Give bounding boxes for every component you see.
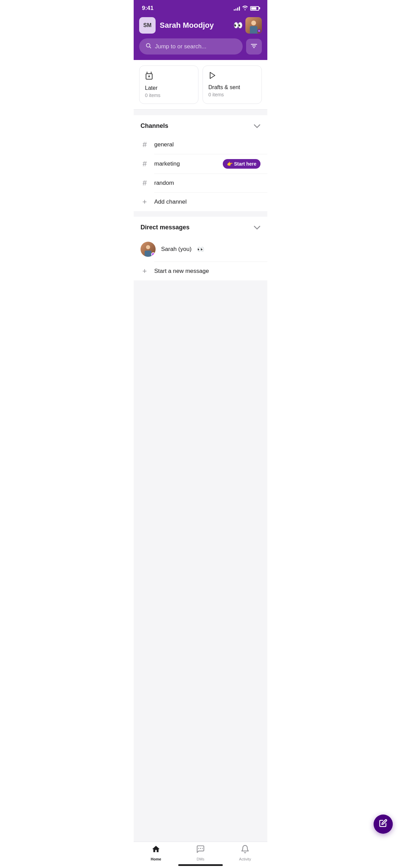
dms-icon	[196, 845, 205, 856]
start-here-emoji: 👉	[227, 161, 233, 167]
header-top: SM Sarah Moodjoy 👀	[139, 17, 262, 34]
tab-home-label: Home	[151, 857, 161, 859]
battery-icon	[250, 6, 259, 11]
online-status-dot	[257, 29, 261, 33]
channels-section: Channels # general # marketing 👉 Start h…	[134, 115, 267, 211]
tab-home[interactable]: Home	[134, 845, 178, 859]
filter-button[interactable]	[246, 39, 262, 55]
dm-user-name: Sarah (you)	[161, 246, 192, 253]
dm-chevron-icon	[254, 224, 260, 231]
search-container: Jump to or search...	[139, 38, 262, 55]
main-content: Later 0 items Drafts & sent 0 items Chan…	[134, 60, 267, 859]
svg-point-0	[146, 44, 150, 47]
drafts-icon	[208, 71, 256, 82]
hash-icon: #	[141, 140, 149, 149]
channel-marketing[interactable]: # marketing 👉 Start here	[134, 154, 267, 173]
dm-sarah[interactable]: Sarah (you) 👀	[134, 237, 267, 262]
eyes-status-icon: 👀	[233, 21, 243, 30]
tab-dms-label: DMs	[197, 857, 205, 859]
svg-line-1	[149, 47, 151, 48]
tab-activity[interactable]: Activity	[223, 845, 267, 859]
header: SM Sarah Moodjoy 👀 Jump to or search...	[134, 14, 267, 60]
channels-header[interactable]: Channels	[134, 115, 267, 135]
channel-general[interactable]: # general	[134, 135, 267, 154]
later-subtitle: 0 items	[145, 93, 193, 98]
channels-title: Channels	[141, 122, 168, 130]
search-bar[interactable]: Jump to or search...	[139, 38, 243, 55]
tab-dms[interactable]: DMs	[178, 845, 223, 859]
drafts-subtitle: 0 items	[208, 92, 256, 97]
new-message-label: Start a new message	[154, 268, 260, 275]
dm-header[interactable]: Direct messages	[134, 217, 267, 237]
search-icon	[145, 43, 151, 50]
drafts-title: Drafts & sent	[208, 84, 256, 91]
user-info: SM Sarah Moodjoy	[139, 17, 214, 34]
later-title: Later	[145, 85, 193, 91]
channel-random[interactable]: # random	[134, 174, 267, 192]
dm-online-dot	[151, 252, 155, 256]
later-card[interactable]: Later 0 items	[139, 65, 198, 104]
channel-random-name: random	[154, 180, 260, 186]
channel-general-name: general	[154, 141, 260, 148]
start-here-text: Start here	[234, 161, 256, 167]
tab-activity-label: Activity	[239, 857, 251, 859]
filter-icon	[251, 43, 257, 50]
channel-marketing-name: marketing	[154, 160, 217, 167]
plus-icon: +	[141, 267, 149, 276]
dm-avatar	[141, 242, 156, 257]
status-time: 9:41	[142, 5, 154, 12]
signal-bars-icon	[234, 6, 240, 11]
header-right: 👀	[233, 17, 262, 34]
dm-title: Direct messages	[141, 224, 190, 231]
channels-chevron-icon	[254, 122, 260, 130]
plus-icon: +	[141, 197, 149, 206]
tab-bar: Home DMs Activity	[134, 842, 267, 859]
home-icon	[151, 845, 160, 856]
search-placeholder-text: Jump to or search...	[155, 43, 206, 50]
start-here-badge: 👉 Start here	[223, 159, 260, 169]
add-channel-button[interactable]: + Add channel	[134, 193, 267, 211]
status-icons	[234, 5, 259, 11]
drafts-card[interactable]: Drafts & sent 0 items	[203, 65, 262, 104]
activity-icon	[241, 845, 250, 856]
profile-photo[interactable]	[245, 17, 262, 34]
svg-marker-5	[210, 72, 215, 79]
quick-actions: Later 0 items Drafts & sent 0 items	[134, 60, 267, 110]
status-bar: 9:41	[134, 0, 267, 14]
new-message-button[interactable]: + Start a new message	[134, 262, 267, 280]
wifi-icon	[242, 5, 248, 11]
hash-icon: #	[141, 179, 149, 188]
later-icon	[145, 71, 193, 82]
add-channel-label: Add channel	[154, 198, 260, 205]
direct-messages-section: Direct messages Sarah (you) 👀 + Start a …	[134, 217, 267, 280]
user-name: Sarah Moodjoy	[160, 21, 214, 30]
hash-icon: #	[141, 159, 149, 168]
dm-status-emoji: 👀	[197, 246, 204, 253]
svg-point-6	[200, 848, 201, 849]
avatar: SM	[139, 17, 156, 34]
